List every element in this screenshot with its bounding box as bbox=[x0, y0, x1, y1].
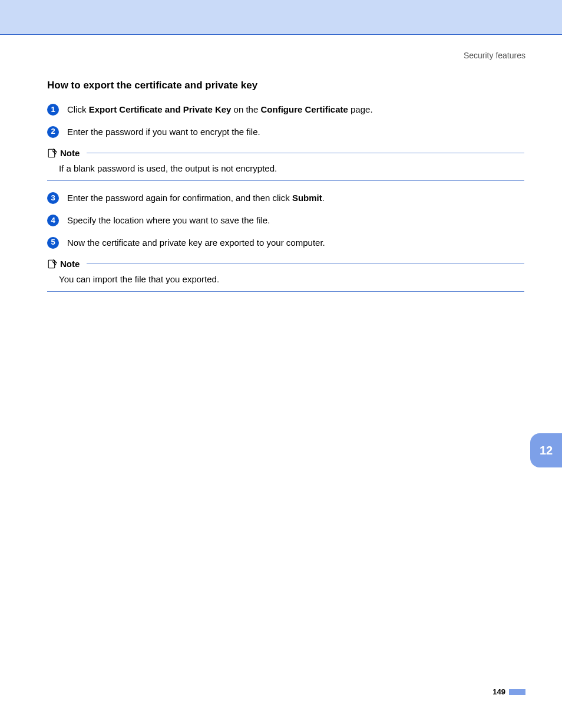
step-text-pre: Enter the password if you want to encryp… bbox=[67, 127, 260, 137]
page-bar-decoration bbox=[509, 689, 525, 695]
step-text: Click Export Certificate and Private Key… bbox=[67, 103, 524, 116]
note-label: Note bbox=[60, 259, 80, 269]
note-body: If a blank password is used, the output … bbox=[59, 162, 524, 175]
step-text-pre: Click bbox=[67, 104, 89, 114]
step-text-mid: . bbox=[322, 193, 325, 203]
page-number: 149 bbox=[492, 687, 505, 696]
note-body: You can import the file that you exporte… bbox=[59, 273, 524, 286]
section-title: How to export the certificate and privat… bbox=[47, 80, 524, 91]
step-text: Now the certificate and private key are … bbox=[67, 236, 524, 249]
note-icon bbox=[47, 148, 58, 159]
note-bottom-divider bbox=[47, 291, 524, 292]
step-text-mid: on the bbox=[231, 104, 260, 114]
step-text-bold2: Configure Certificate bbox=[260, 104, 348, 114]
page-content: How to export the certificate and privat… bbox=[47, 80, 524, 302]
step-text-pre: Now the certificate and private key are … bbox=[67, 238, 325, 248]
step-text-pre: Specify the location where you want to s… bbox=[67, 215, 270, 225]
svg-rect-1 bbox=[48, 260, 55, 268]
step-text: Enter the password again for confirmatio… bbox=[67, 192, 524, 205]
running-header: Security features bbox=[464, 51, 525, 60]
step-text-bold: Export Certificate and Private Key bbox=[89, 104, 232, 114]
step-text-pre: Enter the password again for confirmatio… bbox=[67, 193, 292, 203]
note-block: Note If a blank password is used, the ou… bbox=[47, 148, 524, 182]
step-text-bold: Submit bbox=[292, 193, 322, 203]
page-footer: 149 bbox=[492, 687, 525, 696]
step-number-badge: 5 bbox=[47, 237, 59, 249]
step-number-badge: 1 bbox=[47, 104, 59, 116]
note-divider bbox=[87, 153, 524, 153]
step-number-badge: 4 bbox=[47, 215, 59, 226]
note-header-row: Note bbox=[47, 259, 524, 269]
step-number-badge: 3 bbox=[47, 192, 59, 204]
note-block: Note You can import the file that you ex… bbox=[47, 259, 524, 292]
page-top-band bbox=[0, 0, 562, 35]
step-item: 4 Specify the location where you want to… bbox=[47, 214, 524, 227]
step-item: 1 Click Export Certificate and Private K… bbox=[47, 103, 524, 116]
note-header-row: Note bbox=[47, 148, 524, 159]
step-item: 3 Enter the password again for confirmat… bbox=[47, 192, 524, 205]
note-icon bbox=[47, 259, 58, 269]
svg-rect-0 bbox=[48, 149, 55, 157]
step-text: Specify the location where you want to s… bbox=[67, 214, 524, 227]
step-item: 2 Enter the password if you want to encr… bbox=[47, 126, 524, 139]
chapter-tab: 12 bbox=[530, 433, 562, 467]
note-bottom-divider bbox=[47, 180, 524, 181]
note-label: Note bbox=[60, 148, 80, 158]
step-item: 5 Now the certificate and private key ar… bbox=[47, 236, 524, 249]
step-text: Enter the password if you want to encryp… bbox=[67, 126, 524, 139]
step-number-badge: 2 bbox=[47, 126, 59, 138]
note-divider bbox=[87, 263, 524, 264]
step-text-post: page. bbox=[348, 104, 373, 114]
